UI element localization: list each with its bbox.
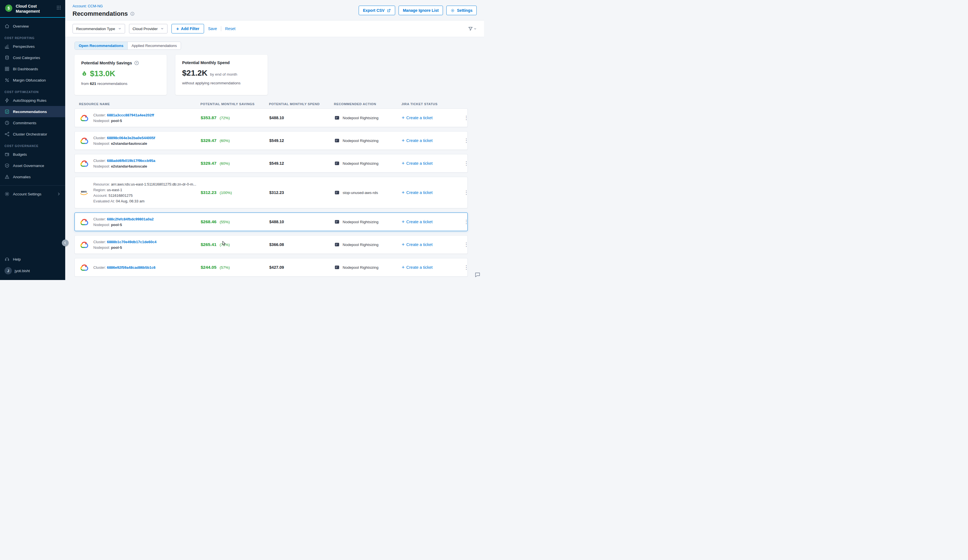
- row-menu-button[interactable]: ⋮: [460, 189, 472, 196]
- export-csv-label: Export CSV: [363, 8, 385, 13]
- row-menu-button[interactable]: ⋮: [460, 160, 472, 166]
- main-area: Account: CCM-NG Recommendations Export C…: [65, 0, 484, 280]
- table-row[interactable]: Cluster: 6881a3ccc887941a4ee202ffNodepoo…: [75, 109, 468, 127]
- create-ticket-link[interactable]: + Create a ticket: [402, 115, 433, 120]
- plus-icon: +: [402, 242, 405, 247]
- create-ticket-link[interactable]: + Create a ticket: [402, 190, 433, 195]
- sidebar-item-asset-governance[interactable]: Asset Governance: [0, 160, 65, 171]
- action-icon: [334, 219, 340, 225]
- plus-icon: +: [402, 190, 405, 195]
- sidebar-item-bi-dashboards[interactable]: BI Dashboards: [0, 63, 65, 75]
- resource-id-link[interactable]: 6881a3ccc887941a4ee202ff: [107, 113, 154, 117]
- reset-filter-button[interactable]: Reset: [225, 27, 235, 31]
- home-icon: [5, 23, 10, 29]
- sidebar-item-label: Perspectives: [13, 45, 35, 49]
- filter-bar: Recommendation Type Cloud Provider + Add…: [65, 20, 484, 37]
- table-row[interactable]: Cluster: 68898c064e3e2ba0e544005fNodepoo…: [75, 131, 468, 150]
- savings-percent: (72%): [219, 243, 230, 247]
- info-icon[interactable]: [130, 12, 134, 16]
- sidebar-header: $ Cloud Cost Management: [0, 0, 65, 18]
- row-menu-button[interactable]: ⋮: [460, 242, 472, 248]
- coins-icon: [5, 55, 10, 60]
- resource-cell: Cluster: 688c2fefc84fbdc99801a0a2Nodepoo…: [79, 217, 201, 227]
- sidebar-item-autostopping-rules[interactable]: AutoStopping Rules: [0, 95, 65, 106]
- recommendation-count: 621: [90, 81, 96, 86]
- chat-icon[interactable]: [474, 272, 481, 278]
- row-menu-button[interactable]: ⋮: [460, 138, 472, 144]
- create-ticket-label: Create a ticket: [406, 138, 433, 143]
- table-row[interactable]: Cluster: 688c2fefc84fbdc99801a0a2Nodepoo…: [75, 212, 468, 231]
- savings-percent: (55%): [219, 220, 230, 224]
- resource-line: Nodepool: e2standar4autoscale: [93, 164, 155, 168]
- create-ticket-link[interactable]: + Create a ticket: [402, 219, 433, 224]
- clock-icon: [5, 120, 10, 125]
- question-circle-icon[interactable]: ?: [134, 60, 139, 66]
- manage-ignore-list-button[interactable]: Manage Ignore List: [399, 6, 443, 15]
- page-title: Recommendations: [73, 10, 128, 17]
- sidebar-item-help[interactable]: Help: [0, 253, 65, 265]
- sidebar-item-margin-obfuscation[interactable]: Margin Obfuscation: [0, 75, 65, 86]
- cloud-provider-dropdown[interactable]: Cloud Provider: [129, 24, 167, 33]
- export-csv-button[interactable]: Export CSV: [359, 6, 395, 15]
- savings-value: $312.23: [201, 190, 216, 195]
- nav-section-label: COST REPORTING: [5, 36, 61, 40]
- resource-id-link[interactable]: 688c2fefc84fbdc99801a0a2: [107, 217, 154, 221]
- create-ticket-link[interactable]: + Create a ticket: [402, 242, 433, 247]
- gear-icon: [451, 8, 455, 13]
- plus-icon: +: [402, 138, 405, 143]
- savings-cell: $329.47 (60%): [201, 138, 269, 143]
- tab-applied-recommendations[interactable]: Applied Recommendations: [128, 42, 181, 50]
- apps-grid-icon[interactable]: [56, 5, 61, 10]
- resource-line: Account: 511616801275: [93, 194, 196, 198]
- sidebar-item-account-settings[interactable]: Account Settings: [0, 188, 65, 200]
- account-breadcrumb[interactable]: Account: CCM-NG: [73, 4, 103, 8]
- svg-text:?: ?: [136, 62, 138, 65]
- table-row[interactable]: aws Resource: arn:aws:rds:us-east-1:5116…: [75, 177, 468, 208]
- create-ticket-link[interactable]: + Create a ticket: [402, 265, 433, 270]
- resource-id-link[interactable]: 6888b1c70e49db17c1de60c4: [107, 240, 156, 244]
- sidebar-item-overview[interactable]: Overview: [0, 20, 65, 32]
- settings-button[interactable]: Settings: [446, 6, 477, 15]
- external-link-icon: [387, 8, 391, 13]
- sidebar-item-anomalies[interactable]: Anomalies: [0, 171, 65, 182]
- table-row[interactable]: Cluster: 688add6fb019b17f9bccb95aNodepoo…: [75, 154, 468, 172]
- create-ticket-link[interactable]: + Create a ticket: [402, 161, 433, 166]
- sidebar-collapse-button[interactable]: [62, 240, 69, 246]
- row-menu-button[interactable]: ⋮: [460, 115, 472, 121]
- user-name: jyoti.bisht: [15, 269, 30, 273]
- table-row[interactable]: Cluster: 6886e92f59a48cad86b5b1c6 $244.0…: [75, 258, 468, 277]
- resource-id-link[interactable]: 688add6fb019b17f9bccb95a: [107, 159, 155, 163]
- table-row[interactable]: Cluster: 6888b1c70e49db17c1de60c4Nodepoo…: [75, 235, 468, 254]
- sidebar-item-label: Cluster Orchestrator: [13, 132, 47, 136]
- sidebar-item-perspectives[interactable]: Perspectives: [0, 41, 65, 52]
- save-filter-button[interactable]: Save: [208, 27, 217, 31]
- sidebar-item-budgets[interactable]: Budgets: [0, 149, 65, 160]
- headset-icon: [5, 257, 10, 262]
- chart-icon: [5, 44, 10, 49]
- user-menu[interactable]: J jyoti.bisht: [0, 265, 65, 277]
- flash-icon: [5, 98, 10, 103]
- sidebar-item-cost-categories[interactable]: Cost Categories: [0, 52, 65, 63]
- sidebar-item-commitments[interactable]: Commitments: [0, 117, 65, 128]
- resource-id-link[interactable]: 6886e92f59a48cad86b5b1c6: [107, 265, 156, 270]
- cloud-provider-label: Cloud Provider: [133, 27, 157, 31]
- resource-id-link[interactable]: 68898c064e3e2ba0e544005f: [107, 136, 155, 140]
- nav-section-label: COST GOVERNANCE: [5, 144, 61, 147]
- row-menu-button[interactable]: ⋮: [460, 219, 472, 225]
- page-header: Account: CCM-NG Recommendations Export C…: [65, 0, 484, 20]
- sidebar-item-cluster-orchestrator[interactable]: Cluster Orchestrator: [0, 128, 65, 140]
- sidebar-item-recommendations[interactable]: Recommendations: [0, 106, 65, 117]
- savings-value: $353.87: [201, 115, 216, 120]
- create-ticket-link[interactable]: + Create a ticket: [402, 138, 433, 143]
- savings-value: $244.05: [201, 265, 216, 270]
- chevron-down-icon: [118, 27, 121, 30]
- filter-panel-toggle[interactable]: [468, 26, 477, 31]
- sidebar-nav: Overview COST REPORTING Perspectives Cos…: [0, 18, 65, 280]
- tab-open-recommendations[interactable]: Open Recommendations: [75, 42, 128, 50]
- recommendation-type-dropdown[interactable]: Recommendation Type: [73, 24, 125, 33]
- row-menu-button[interactable]: ⋮: [460, 264, 472, 270]
- savings-percent: (100%): [219, 191, 232, 195]
- spend-value: $549.12: [269, 161, 334, 166]
- potential-monthly-spend-card: Potential Monthly Spend $21.2K by end of…: [176, 55, 268, 95]
- add-filter-button[interactable]: + Add Filter: [171, 24, 204, 33]
